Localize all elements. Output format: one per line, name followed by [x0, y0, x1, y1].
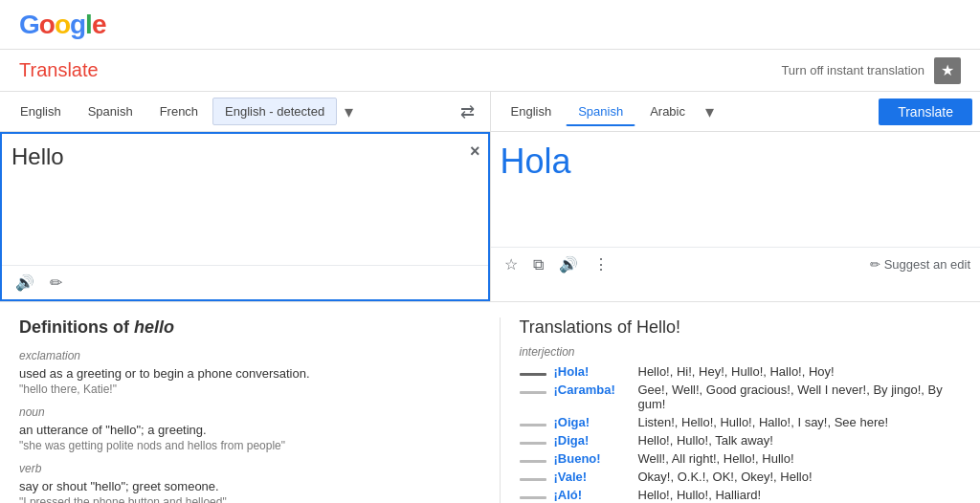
trans-row-4: ¡Bueno! Well!, All right!, Hello!, Hullo… — [520, 451, 962, 466]
result-copy-button[interactable]: ⧉ — [529, 254, 547, 275]
trans-bar-2 — [520, 424, 546, 426]
source-lang-tabs: English Spanish French English - detecte… — [0, 92, 490, 132]
clear-input-button[interactable]: × — [470, 142, 480, 162]
def-example-2: "I pressed the phone button and helloed" — [19, 495, 461, 503]
source-area: Hello × — [2, 134, 488, 265]
trans-bar-3 — [520, 442, 546, 445]
definitions-column: Definitions of hello exclamation used as… — [19, 317, 500, 503]
trans-word-6: ¡Aló! — [554, 488, 631, 502]
trans-row-3: ¡Diga! Hello!, Hullo!, Talk away! — [520, 433, 962, 448]
trans-alts-4: Well!, All right!, Hello!, Hullo! — [638, 451, 794, 466]
trans-word-3: ¡Diga! — [554, 433, 631, 448]
result-star-button[interactable]: ☆ — [501, 253, 522, 275]
suggest-edit-link[interactable]: ✏ Suggest an edit — [870, 257, 970, 272]
source-tab-french[interactable]: French — [147, 98, 211, 125]
def-pos-noun: noun — [19, 405, 461, 419]
source-pencil-button[interactable]: ✏ — [46, 272, 66, 294]
trans-alts-2: Listen!, Hello!, Hullo!, Hallo!, I say!,… — [638, 415, 889, 429]
right-panel: English Spanish Arabic ▾ Translate Hola … — [491, 92, 981, 301]
target-tab-spanish[interactable]: Spanish — [566, 98, 635, 126]
source-tab-english[interactable]: English — [8, 98, 74, 125]
def-pos-exclamation: exclamation — [19, 349, 461, 362]
header: Google — [0, 0, 980, 50]
def-text-2: say or shout "hello"; greet someone. — [19, 479, 461, 493]
trans-row-1: ¡Caramba! Gee!, Well!, Good gracious!, W… — [520, 383, 962, 411]
result-area: Hola — [491, 132, 981, 247]
left-panel: English Spanish French English - detecte… — [0, 92, 491, 301]
source-tab-detected[interactable]: English - detected — [212, 98, 337, 125]
source-speaker-button[interactable]: 🔊 — [11, 272, 38, 294]
trans-row-0: ¡Hola! Hello!, Hi!, Hey!, Hullo!, Hallo!… — [520, 364, 962, 379]
suggest-edit-label: Suggest an edit — [884, 257, 970, 272]
definitions-title: Definitions of hello — [19, 317, 461, 338]
suggest-edit-icon: ✏ — [870, 257, 880, 272]
source-tab-spanish[interactable]: Spanish — [76, 98, 145, 125]
translator-container: English Spanish French English - detecte… — [0, 92, 980, 302]
trans-word-4: ¡Bueno! — [554, 451, 631, 466]
def-example-1: "she was getting polite nods and hellos … — [19, 439, 461, 452]
translations-column: Translations of Hello! interjection ¡Hol… — [500, 317, 962, 503]
translations-pos: interjection — [520, 345, 962, 359]
target-lang-tabs: English Spanish Arabic ▾ Translate — [491, 92, 981, 132]
translations-title: Translations of Hello! — [520, 317, 962, 338]
trans-row-2: ¡Oiga! Listen!, Hello!, Hullo!, Hallo!, … — [520, 415, 962, 429]
source-tab-more-icon[interactable]: ▾ — [339, 98, 359, 126]
result-share-button[interactable]: ⋮ — [590, 253, 612, 275]
source-input-border: Hello × 🔊 ✏ — [0, 132, 490, 301]
definitions-section: Definitions of hello exclamation used as… — [0, 302, 980, 503]
trans-alts-5: Okay!, O.K.!, OK!, Okey!, Hello! — [638, 470, 813, 484]
target-tab-english[interactable]: English — [499, 98, 565, 125]
source-controls: 🔊 ✏ — [2, 265, 488, 299]
trans-bar-6 — [520, 496, 546, 499]
trans-word-1: ¡Caramba! — [554, 383, 631, 397]
trans-bar-4 — [520, 460, 546, 463]
trans-bar-5 — [520, 478, 546, 481]
subtitle-bar: Translate Turn off instant translation ★ — [0, 50, 980, 92]
swap-languages-button[interactable]: ⇄ — [453, 98, 482, 126]
star-button[interactable]: ★ — [934, 57, 961, 84]
trans-row-5: ¡Vale! Okay!, O.K.!, OK!, Okey!, Hello! — [520, 470, 962, 484]
source-text-input[interactable]: Hello — [11, 143, 450, 224]
trans-word-0: ¡Hola! — [554, 364, 631, 379]
trans-word-5: ¡Vale! — [554, 470, 631, 484]
instant-translate-label: Turn off instant translation — [781, 63, 924, 77]
trans-row-6: ¡Aló! Hello!, Hullo!, Halliard! — [520, 488, 962, 502]
trans-bar-1 — [520, 391, 546, 394]
trans-alts-0: Hello!, Hi!, Hey!, Hullo!, Hallo!, Hoy! — [638, 364, 835, 379]
def-example-0: "hello there, Katie!" — [19, 383, 461, 396]
instant-translate-area: Turn off instant translation ★ — [781, 57, 961, 84]
trans-word-2: ¡Oiga! — [554, 415, 631, 429]
two-column-layout: Definitions of hello exclamation used as… — [19, 317, 961, 503]
trans-bar-0 — [520, 373, 546, 376]
trans-alts-3: Hello!, Hullo!, Talk away! — [638, 433, 773, 448]
trans-alts-6: Hello!, Hullo!, Halliard! — [638, 488, 762, 502]
target-tab-arabic[interactable]: Arabic — [637, 98, 698, 125]
def-text-0: used as a greeting or to begin a phone c… — [19, 366, 461, 381]
trans-alts-1: Gee!, Well!, Good gracious!, Well I neve… — [638, 383, 962, 411]
translate-button[interactable]: Translate — [879, 98, 972, 125]
target-tab-more-icon[interactable]: ▾ — [700, 98, 720, 126]
google-logo: Google — [19, 10, 105, 40]
result-controls: ☆ ⧉ 🔊 ⋮ ✏ Suggest an edit — [491, 247, 981, 281]
result-speaker-button[interactable]: 🔊 — [555, 253, 582, 275]
page-title: Translate — [19, 59, 99, 81]
translated-text: Hola — [501, 142, 971, 182]
def-pos-verb: verb — [19, 462, 461, 475]
def-text-1: an utterance of "hello"; a greeting. — [19, 423, 461, 437]
